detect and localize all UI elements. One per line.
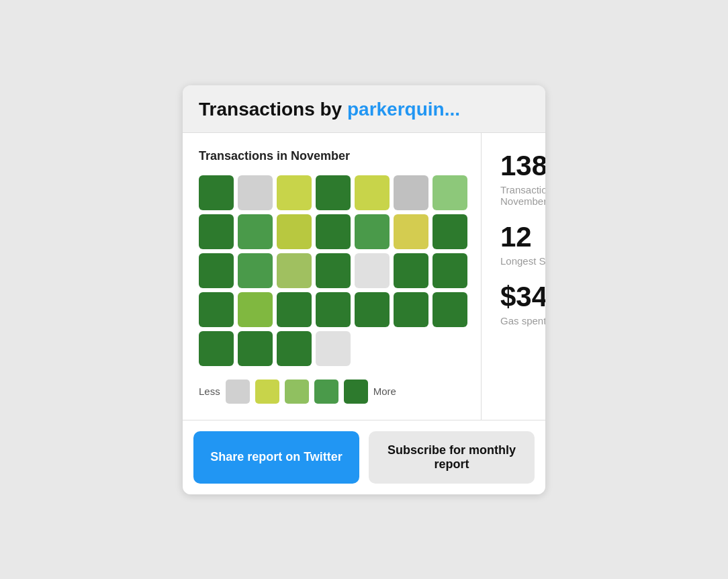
subscribe-button[interactable]: Subscribe for monthly report <box>369 431 535 484</box>
grid-cell <box>199 292 234 327</box>
grid-cell <box>433 175 467 210</box>
grid-cell <box>355 292 390 327</box>
stat-number-1: 12 <box>500 223 545 251</box>
legend-more-label: More <box>373 386 396 397</box>
card-footer: Share report on Twitter Subscribe for mo… <box>183 420 545 494</box>
grid-cell <box>199 214 234 249</box>
grid-cell <box>277 292 312 327</box>
grid-cell <box>355 175 390 210</box>
grid-cell <box>238 253 273 288</box>
grid-cell <box>277 214 312 249</box>
section-title: Transactions in November <box>199 149 467 163</box>
grid-cell <box>316 331 351 366</box>
grid-cell <box>277 253 312 288</box>
grid-cell <box>394 253 428 288</box>
grid-cell <box>316 253 351 288</box>
card-header: Transactions by parkerquin... <box>183 85 545 133</box>
right-panel: 138Transactions in November12Longest Str… <box>482 133 545 420</box>
stat-block-1: 12Longest Streak <box>500 223 545 267</box>
grid-cell <box>199 175 234 210</box>
grid-cell <box>238 175 273 210</box>
stat-label-2: Gas spent <box>500 315 545 326</box>
grid-cell <box>316 214 351 249</box>
legend-cell-3 <box>285 380 309 404</box>
grid-cell <box>199 253 234 288</box>
legend-less-label: Less <box>199 386 220 397</box>
legend-cell-4 <box>314 380 338 404</box>
card-body: Transactions in November Less More 138Tr… <box>183 133 545 420</box>
main-card: Transactions by parkerquin... Transactio… <box>183 85 545 494</box>
twitter-share-button[interactable]: Share report on Twitter <box>193 431 359 484</box>
stat-block-0: 138Transactions in November <box>500 152 545 207</box>
grid-cell <box>394 214 428 249</box>
stat-number-2: $346.38 <box>500 283 545 311</box>
grid-cell <box>433 214 467 249</box>
grid-cell <box>277 175 312 210</box>
page-title: Transactions by parkerquin... <box>199 99 529 120</box>
grid-cell <box>238 292 273 327</box>
grid-cell <box>277 331 312 366</box>
stat-label-0: Transactions in November <box>500 184 545 207</box>
grid-cell <box>433 253 467 288</box>
stat-number-0: 138 <box>500 152 545 180</box>
legend-cell-5 <box>344 380 368 404</box>
grid-cell <box>316 292 351 327</box>
stat-block-2: $346.38Gas spent <box>500 283 545 326</box>
heatmap-grid <box>199 175 467 366</box>
grid-cell <box>355 214 390 249</box>
legend-cell-2 <box>255 380 279 404</box>
legend-cell-1 <box>226 380 250 404</box>
left-panel: Transactions in November Less More <box>183 133 482 420</box>
grid-cell <box>394 292 428 327</box>
title-prefix: Transactions by <box>199 99 347 120</box>
grid-cell <box>394 175 428 210</box>
grid-cell <box>238 214 273 249</box>
username: parkerquin... <box>347 99 460 120</box>
grid-cell <box>355 253 390 288</box>
grid-cell <box>433 292 467 327</box>
grid-cell <box>238 331 273 366</box>
grid-cell <box>316 175 351 210</box>
stat-label-1: Longest Streak <box>500 255 545 267</box>
legend: Less More <box>199 380 467 404</box>
grid-cell <box>199 331 234 366</box>
